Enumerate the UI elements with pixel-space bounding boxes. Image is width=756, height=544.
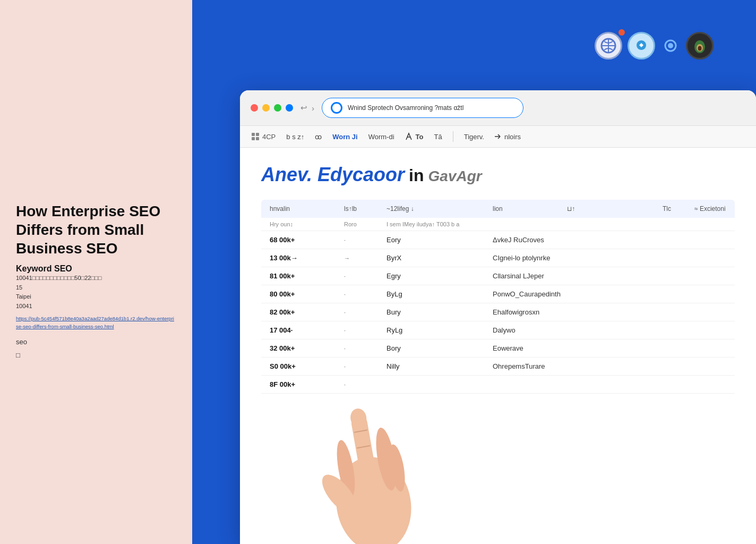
back-button[interactable]: ↩ — [300, 103, 307, 113]
row-arrow-4: · — [344, 291, 386, 298]
browser-toolbar: 4CP b s z↑ ꝏ Worn Ji Worm-di To Tā — [240, 126, 756, 148]
icon-wrap-1 — [595, 32, 622, 60]
page-title-part2: in — [409, 166, 424, 185]
browser-window: ↩ › Wnind Sprotech Ovsamroning ?mats αžt… — [240, 90, 756, 544]
keyword-label: Keyword SEO — [16, 264, 176, 274]
table-row[interactable]: 13 00k→ → ByrX CIgnei-lo ptolynrke — [261, 249, 735, 267]
row-arrow-8: · — [344, 363, 386, 370]
row-arrow-7: · — [344, 345, 386, 352]
toolbar-label-3: ꝏ — [315, 133, 322, 141]
row-col3-4: PonwΟ_Caurapedinth — [493, 290, 567, 298]
notification-dot — [618, 29, 625, 36]
traffic-light-yellow[interactable] — [262, 104, 270, 112]
row-num-9: 8F 00k+ — [270, 380, 344, 388]
circle-icon-small — [660, 36, 681, 56]
page-title-part1: Anev. Edycaoor — [261, 164, 405, 186]
article-url[interactable]: https://pub-5c454f571b8e40a3a2aad27ade84… — [16, 315, 176, 330]
toolbar-label-1: 4CP — [262, 133, 276, 141]
avocado-icon — [686, 32, 714, 60]
toolbar-item-2[interactable]: b s z↑ — [286, 133, 304, 141]
row-col3-1: ΔvkeJ RuCroves — [493, 236, 567, 244]
page-header: Anev. Edycaoor in GavAgr — [240, 148, 756, 200]
meta-text-1: 10041□□□□□□□□□□□□50□22□□□ — [16, 274, 176, 283]
row-col3-3: Cllarsinal LJeper — [493, 272, 567, 280]
toolbar-nloirs[interactable]: Tigerv. — [464, 133, 484, 141]
sub-header-1: Hry oun↕ — [270, 221, 344, 227]
right-area: ↩ › Wnind Sprotech Ovsamroning ?mats αžt… — [192, 0, 756, 544]
table-row[interactable]: 68 00k+ · Eory ΔvkeJ RuCroves — [261, 231, 735, 249]
data-table: hnvalin ls↑lb ~12lifeg ↓ lion ⊔↑ Tlc ≈ E… — [240, 200, 756, 394]
table-row[interactable]: S0 00k+ · Nilly OhrepemsTurare — [261, 358, 735, 376]
row-arrow-2: → — [344, 255, 386, 261]
col-header-2: ls↑lb — [344, 205, 386, 212]
toolbar-worm-di[interactable]: Worn Ji — [332, 133, 357, 141]
row-arrow-6: · — [344, 327, 386, 334]
tag-seo: seo — [16, 338, 176, 346]
browser-content: Anev. Edycaoor in GavAgr hnvalin ls↑lb ~… — [240, 148, 756, 544]
toolbar-ural[interactable]: nloirs — [495, 133, 521, 141]
row-col2-4: ByLg — [386, 290, 493, 298]
row-col3-6: Dalywo — [493, 326, 567, 334]
toolbar-augpr[interactable]: Worm-di — [368, 133, 394, 141]
col-header-7: Tlc — [663, 205, 694, 212]
row-num-5: 82 00k+ — [270, 308, 344, 316]
traffic-light-green[interactable] — [274, 104, 281, 112]
nav-buttons: ↩ › — [300, 103, 314, 113]
page-title-part3: GavAgr — [428, 168, 482, 185]
traffic-light-blue[interactable] — [286, 104, 293, 112]
svg-point-4 — [668, 43, 673, 48]
toolbar-label-ta: To — [416, 133, 424, 141]
table-row[interactable]: 32 00k+ · Bory Eowerave — [261, 339, 735, 358]
toolbar-ta[interactable]: To — [405, 132, 424, 141]
table-row[interactable]: 81 00k+ · Egry Cllarsinal LJeper — [261, 267, 735, 285]
row-arrow-3: · — [344, 273, 386, 279]
meta-text-2: 15 — [16, 283, 176, 293]
toolbar-label-worm: Worn Ji — [332, 133, 357, 141]
row-col2-3: Egry — [386, 272, 493, 280]
row-num-1: 68 00k+ — [270, 236, 344, 244]
row-arrow-9: · — [344, 381, 386, 388]
traffic-light-red[interactable] — [251, 104, 258, 112]
col-header-5: ⊔↑ — [567, 205, 599, 212]
table-row[interactable]: 8F 00k+ · — [261, 376, 735, 394]
svg-rect-9 — [256, 133, 259, 136]
browser-logo-circle — [331, 102, 342, 114]
row-num-7: 32 00k+ — [270, 344, 344, 352]
forward-button[interactable]: › — [312, 104, 314, 113]
address-bar[interactable]: Wnind Sprotech Ovsamroning ?mats αžtl — [322, 98, 523, 118]
svg-rect-8 — [252, 133, 255, 136]
top-icons — [595, 32, 714, 60]
address-text: Wnind Sprotech Ovsamroning ?mats αžtl — [348, 104, 514, 112]
row-num-6: 17 004· — [270, 326, 344, 334]
browser-icon — [595, 32, 622, 60]
table-row[interactable]: 17 004· · RyLg Dalywo — [261, 321, 735, 339]
sub-header-2: Roro — [344, 221, 386, 227]
meta-text-4: 10041 — [16, 302, 176, 311]
row-col2-8: Nilly — [386, 362, 493, 370]
left-panel: How Enterprise SEO Differs from Small Bu… — [0, 0, 192, 544]
svg-rect-10 — [252, 137, 255, 140]
tag-2: □ — [16, 351, 176, 359]
col-header-1: hnvalin — [270, 205, 344, 212]
row-arrow-5: · — [344, 309, 386, 316]
logo-icon — [628, 32, 655, 60]
toolbar-tigerv[interactable]: Tā — [434, 133, 442, 141]
row-col3-7: Eowerave — [493, 344, 567, 352]
table-row[interactable]: 82 00k+ · Bury Ehalfowigrosxn — [261, 303, 735, 321]
table-row[interactable]: 80 00k+ · ByLg PonwΟ_Caurapedinth — [261, 285, 735, 303]
article-title: How Enterprise SEO Differs from Small Bu… — [16, 202, 176, 258]
toolbar-label-ural: nloirs — [504, 133, 521, 141]
col-header-3: ~12lifeg ↓ — [386, 205, 493, 212]
svg-point-7 — [698, 46, 702, 51]
row-col2-2: ByrX — [386, 254, 493, 262]
toolbar-label-augpr: Worm-di — [368, 133, 394, 141]
row-num-3: 81 00k+ — [270, 272, 344, 280]
meta-text-3: Taipei — [16, 292, 176, 302]
row-col2-7: Bory — [386, 344, 493, 352]
toolbar-item-3[interactable]: ꝏ — [315, 133, 322, 141]
row-col3-5: Ehalfowigrosxn — [493, 308, 567, 316]
toolbar-item-1[interactable]: 4CP — [251, 132, 276, 141]
table-header-row: hnvalin ls↑lb ~12lifeg ↓ lion ⊔↑ Tlc ≈ E… — [261, 200, 735, 218]
row-num-8: S0 00k+ — [270, 362, 344, 370]
row-arrow-1: · — [344, 237, 386, 243]
